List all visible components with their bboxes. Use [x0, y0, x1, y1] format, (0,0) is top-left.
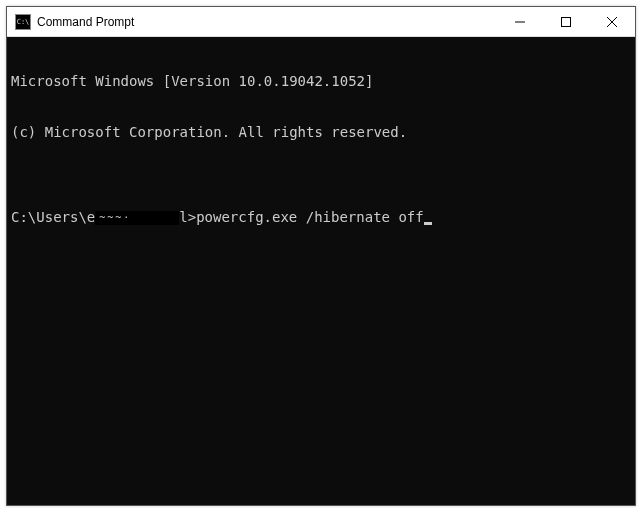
close-button[interactable] [589, 7, 635, 36]
prompt-suffix: l> [179, 209, 196, 225]
maximize-icon [561, 17, 571, 27]
terminal-line: Microsoft Windows [Version 10.0.19042.10… [11, 73, 631, 90]
typed-command: powercfg.exe /hibernate off [196, 209, 424, 225]
window-controls [497, 7, 635, 36]
terminal-line: (c) Microsoft Corporation. All rights re… [11, 124, 631, 141]
text-cursor [424, 222, 432, 225]
maximize-button[interactable] [543, 7, 589, 36]
close-icon [607, 17, 617, 27]
prompt-prefix: C:\Users\e [11, 209, 95, 225]
minimize-icon [515, 17, 525, 27]
censored-username [95, 211, 179, 225]
command-prompt-icon: C:\ [15, 14, 31, 30]
terminal-prompt-line: C:\Users\el>powercfg.exe /hibernate off [11, 209, 631, 226]
svg-rect-1 [562, 17, 571, 26]
terminal-area[interactable]: Microsoft Windows [Version 10.0.19042.10… [7, 37, 635, 505]
command-prompt-window: C:\ Command Prompt Microsoft Windows [Ve… [6, 6, 636, 506]
minimize-button[interactable] [497, 7, 543, 36]
titlebar[interactable]: C:\ Command Prompt [7, 7, 635, 37]
window-title: Command Prompt [37, 15, 134, 29]
